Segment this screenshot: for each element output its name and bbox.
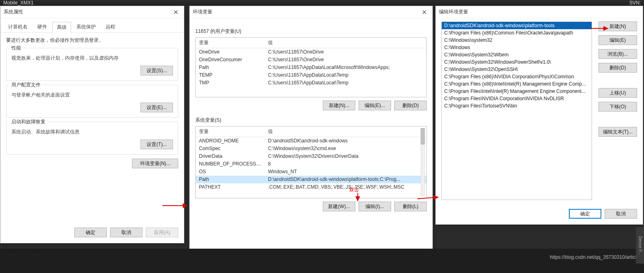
- table-row[interactable]: DriverDataC:\Windows\System32\Drivers\Dr…: [196, 153, 426, 160]
- table-row[interactable]: NUMBER_OF_PROCESSORS8: [196, 160, 426, 168]
- startup-settings-button[interactable]: 设置(T)...: [140, 140, 173, 149]
- user-new-button[interactable]: 新建(N)...: [323, 101, 355, 110]
- var-value: C:\Users\11657\AppData\Local\Temp: [265, 79, 426, 86]
- table-row[interactable]: OSWindows_NT: [196, 168, 426, 176]
- sys-edit-button[interactable]: 编辑(I)...: [359, 202, 391, 211]
- user-edit-button[interactable]: 编辑(E)...: [359, 101, 391, 110]
- close-icon[interactable]: [419, 7, 429, 17]
- table-row[interactable]: PathD:\androidSDK\android-sdk-windows\pl…: [196, 176, 426, 183]
- user-vars-label: 11657 的用户变量(U): [195, 28, 427, 35]
- ok-button[interactable]: 确定: [569, 209, 601, 219]
- table-row[interactable]: TEMPC:\Users\11657\AppData\Local\Temp: [196, 71, 426, 79]
- var-name: ComSpec: [196, 145, 265, 152]
- var-name: ANDROID_HOME: [196, 137, 265, 144]
- apply-button: 应用(A): [146, 228, 178, 237]
- col-name[interactable]: 变量: [196, 127, 265, 137]
- section-legend: 用户配置文件: [10, 82, 42, 88]
- section-legend: 性能: [10, 45, 23, 52]
- delete-button[interactable]: 删除(D): [599, 63, 637, 73]
- table-row[interactable]: OneDriveConsumerC:\Users\11657\OneDrive: [196, 56, 426, 64]
- list-item[interactable]: C:\Windows\system32: [442, 37, 592, 44]
- ide-console: general commands:: [0, 249, 644, 273]
- dialog-title: 编辑环境变量: [439, 9, 640, 15]
- table-row[interactable]: ANDROID_HOMED:\androidSDK\android-sdk-wi…: [196, 137, 426, 145]
- cancel-button[interactable]: 取消: [605, 209, 637, 219]
- var-name: NUMBER_OF_PROCESSORS: [196, 160, 265, 168]
- move-down-button[interactable]: 下移(O): [599, 102, 637, 112]
- cancel-button[interactable]: 取消: [110, 228, 143, 237]
- var-value: D:\androidSDK\android-sdk-windows: [265, 137, 426, 144]
- table-row[interactable]: PathC:\Users\11657\AppData\Local\Microso…: [196, 64, 426, 71]
- titlebar[interactable]: 系统属性: [0, 6, 184, 18]
- titlebar[interactable]: 环境变量: [190, 6, 432, 18]
- col-value[interactable]: 值: [265, 38, 426, 48]
- section-desc: 与登录帐户相关的桌面设置: [11, 92, 173, 99]
- edit-button[interactable]: 编辑(E): [599, 35, 637, 45]
- path-list[interactable]: D:\androidSDK\android-sdk-windows\platfo…: [441, 21, 592, 200]
- move-up-button[interactable]: 上移(U): [599, 88, 637, 98]
- section-profile: 用户配置文件 与登录帐户相关的桌面设置 设置(E)...: [6, 85, 178, 118]
- var-value: .COM;.EXE;.BAT;.CMD;.VBS;.VBE;.JS;.JSE;.…: [265, 183, 426, 191]
- var-value: C:\Windows\System32\Drivers\DriverData: [265, 153, 426, 160]
- table-row[interactable]: ComSpecC:\Windows\system32\cmd.exe: [196, 145, 426, 153]
- close-icon[interactable]: [171, 7, 181, 17]
- var-value: D:\androidSDK\android-sdk-windows\platfo…: [265, 176, 426, 183]
- edit-env-var-dialog: 编辑环境变量 D:\androidSDK\android-sdk-windows…: [435, 6, 643, 225]
- browse-button[interactable]: 浏览(B)...: [599, 49, 637, 59]
- list-item[interactable]: D:\androidSDK\android-sdk-windows\platfo…: [442, 22, 592, 29]
- section-legend: 启动和故障恢复: [10, 118, 47, 125]
- user-vars-list[interactable]: 变量 值 OneDriveC:\Users\11657\OneDriveOneD…: [195, 37, 427, 97]
- sys-new-button[interactable]: 新建(W)...: [323, 202, 355, 211]
- ok-button[interactable]: 确定: [74, 228, 107, 237]
- profile-settings-button[interactable]: 设置(E)...: [140, 103, 173, 112]
- var-name: Path: [196, 64, 265, 71]
- var-name: OneDrive: [196, 48, 265, 56]
- user-delete-button[interactable]: 删除(D): [394, 101, 427, 110]
- list-item[interactable]: C:\Program Files (x86)\Intel\Intel(R) Ma…: [442, 80, 592, 88]
- table-row[interactable]: OneDriveC:\Users\11657\OneDrive: [196, 48, 426, 56]
- tab-3[interactable]: 系统保护: [72, 21, 100, 32]
- device-panel-badge[interactable]: Device F...: [636, 227, 644, 264]
- list-item[interactable]: C:\Program Files\TortoiseSVN\bin: [442, 102, 592, 110]
- var-value: C:\Users\11657\OneDrive: [265, 56, 426, 63]
- watermark-text: https://blog.csdn.net/qq_35730310/articl…: [550, 254, 640, 260]
- dialog-title: 系统属性: [4, 9, 171, 15]
- var-name: OS: [196, 168, 265, 175]
- console-line: general commands:: [4, 251, 640, 257]
- var-value: C:\Users\11657\AppData\Local\Microsoft\W…: [265, 64, 426, 71]
- new-button[interactable]: 新建(N): [599, 21, 637, 31]
- list-item[interactable]: C:\Program Files (x86)\NVIDIA Corporatio…: [442, 73, 592, 80]
- col-name[interactable]: 变量: [196, 38, 265, 48]
- col-value[interactable]: 值: [265, 127, 426, 137]
- tab-2[interactable]: 高级: [52, 22, 71, 33]
- var-value: C:\Users\11657\OneDrive: [265, 48, 426, 56]
- table-row[interactable]: TMPC:\Users\11657\AppData\Local\Temp: [196, 79, 426, 87]
- admin-note: 要进行大多数更改，你必须作为管理员登录。: [6, 37, 178, 44]
- sys-delete-button[interactable]: 删除(L): [394, 202, 427, 211]
- tab-1[interactable]: 硬件: [33, 21, 52, 32]
- sys-vars-list[interactable]: 变量 值 ANDROID_HOMED:\androidSDK\android-s…: [195, 126, 427, 198]
- list-item[interactable]: C:\Program Files\Intel\Intel(R) Manageme…: [442, 88, 592, 95]
- toolbar-project: Mobile_XMX1: [3, 0, 34, 6]
- table-row[interactable]: PATHEXT.COM;.EXE;.BAT;.CMD;.VBS;.VBE;.JS…: [196, 183, 426, 191]
- edit-text-button[interactable]: 编辑文本(T)...: [599, 127, 637, 137]
- titlebar[interactable]: 编辑环境变量: [436, 6, 643, 18]
- scrollbar-thumb[interactable]: [421, 128, 425, 144]
- section-performance: 性能 视觉效果，处理器计划，内存使用，以及虚拟内存 设置(S)...: [6, 48, 178, 81]
- env-vars-button[interactable]: 环境变量(N)...: [132, 159, 178, 168]
- list-item[interactable]: C:\Windows\System32\Wbem: [442, 51, 592, 58]
- ide-toolbar: Mobile_XMX1 SVN:: [0, 0, 644, 6]
- list-item[interactable]: C:\Windows: [442, 44, 592, 51]
- section-startup: 启动和故障恢复 系统启动、系统故障和调试信息 设置(T)...: [6, 122, 178, 155]
- list-item[interactable]: C:\Program Files\NVIDIA Corporation\NVID…: [442, 95, 592, 102]
- tab-4[interactable]: 远程: [101, 21, 120, 32]
- list-item[interactable]: C:\Windows\System32\WindowsPowerShell\v1…: [442, 58, 592, 66]
- section-desc: 视觉效果，处理器计划，内存使用，以及虚拟内存: [11, 55, 173, 62]
- sys-vars-label: 系统变量(S): [195, 117, 427, 124]
- tab-0[interactable]: 计算机名: [4, 21, 32, 32]
- var-name: TEMP: [196, 71, 265, 79]
- var-name: OneDriveConsumer: [196, 56, 265, 63]
- list-item[interactable]: C:\Windows\System32\OpenSSH\: [442, 66, 592, 73]
- perf-settings-button[interactable]: 设置(S)...: [140, 66, 173, 75]
- list-item[interactable]: C:\Program Files (x86)\Common Files\Orac…: [442, 29, 592, 37]
